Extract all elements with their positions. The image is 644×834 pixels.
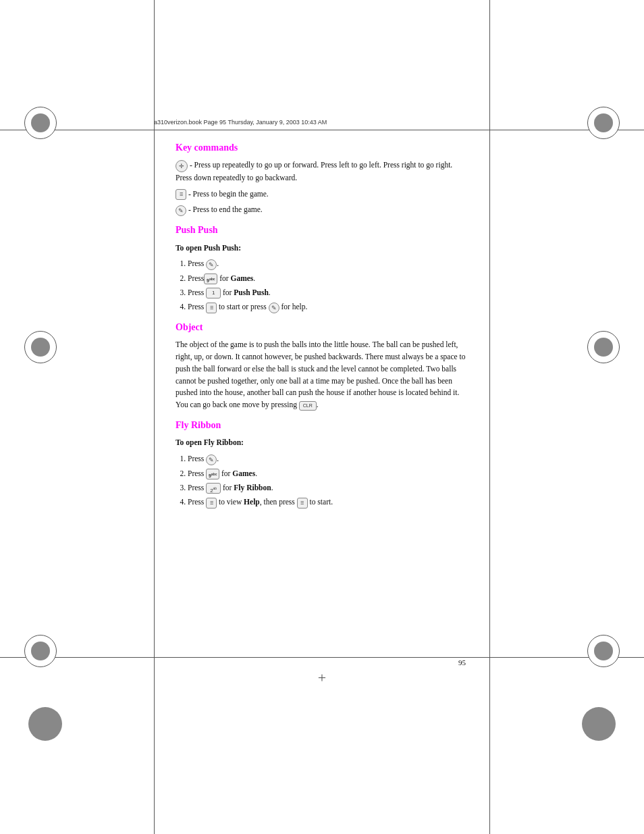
num2-btn: 2ab [206,483,221,494]
push-push-open-label: To open Push Push: [176,242,468,255]
object-title: Object [176,320,468,335]
pencil-icon-2: ✎ [269,303,279,313]
push-push-step-1: Press ✎. [188,258,468,269]
begin-icon: ☰ [176,189,186,200]
filled-circle-bottom-left [28,707,62,741]
push-push-steps: Press ✎. Press9abc for Games. Press 1 fo… [188,258,468,313]
key-commands-begin: ☰ - Press to begin the game. [176,188,468,201]
fly-ribbon-label: To open Fly Ribbon: [176,438,244,446]
main-content: Key commands - Press up repeatedly to go… [176,140,468,514]
bottom-rule [0,657,644,658]
end-desc: - Press to end the game. [188,205,263,213]
pencil-icon-1: ✎ [206,259,217,270]
corner-mark-mid-left [24,331,57,363]
fly-ribbon-title: Fly Ribbon [176,418,468,433]
start-icon-1: ☰ [206,303,217,313]
fly-ribbon-steps: Press ✎. Press 9abc for Games. Press 2ab… [188,453,468,508]
push-push-step-3: Press 1 for Push Push. [188,287,468,298]
key-commands-title: Key commands [176,140,468,155]
fly-ribbon-open-label: To open Fly Ribbon: [176,437,468,449]
corner-mark-bot-right [587,635,620,667]
filled-circle-bottom-right [582,707,616,741]
bottom-center-crosshair: + [318,669,326,687]
end-icon: ✎ [176,205,186,216]
pencil-icon-3: ✎ [206,454,217,465]
key-commands-end: ✎ - Press to end the game. [176,204,468,216]
nav-icon [176,160,188,172]
page-number: 95 [458,658,466,667]
key-commands-nav: - Press up repeatedly to go up or forwar… [176,159,468,184]
corner-mark-bot-left [24,635,57,667]
object-description: The object of the game is to push the ba… [176,339,468,411]
push-push-step-2: Press9abc for Games. [188,273,468,284]
page: a310verizon.book Page 95 Thursday, Janua… [0,0,644,834]
games-btn-1: 9abc [204,273,217,284]
help-icon: ☰ [206,498,217,509]
fly-ribbon-step-1: Press ✎. [188,453,468,465]
fly-ribbon-step-4: Press ☰ to view Help, then press ☰ to st… [188,496,468,508]
fly-ribbon-step-2: Press 9abc for Games. [188,468,468,479]
num1-btn: 1 [206,288,221,298]
push-push-title: Push Push [176,223,468,238]
crosshair-symbol: + [318,669,326,686]
games-btn-2: 9abc [206,469,219,479]
top-rule [0,130,644,130]
start-icon-2: ☰ [297,498,308,509]
push-push-label: To open Push Push: [176,244,241,252]
nav-desc: - Press up repeatedly to go up or forwar… [176,161,452,181]
fly-ribbon-step-3: Press 2ab for Fly Ribbon. [188,482,468,494]
corner-mark-top-left [24,107,57,139]
corner-mark-top-right [587,107,620,139]
begin-desc: - Press to begin the game. [188,190,269,198]
header-text: a310verizon.book Page 95 Thursday, Janua… [154,119,490,126]
clr-icon: CLR [299,401,317,411]
corner-mark-mid-right [587,331,620,363]
push-push-step-4: Press ☰ to start or press ✎ for help. [188,301,468,313]
